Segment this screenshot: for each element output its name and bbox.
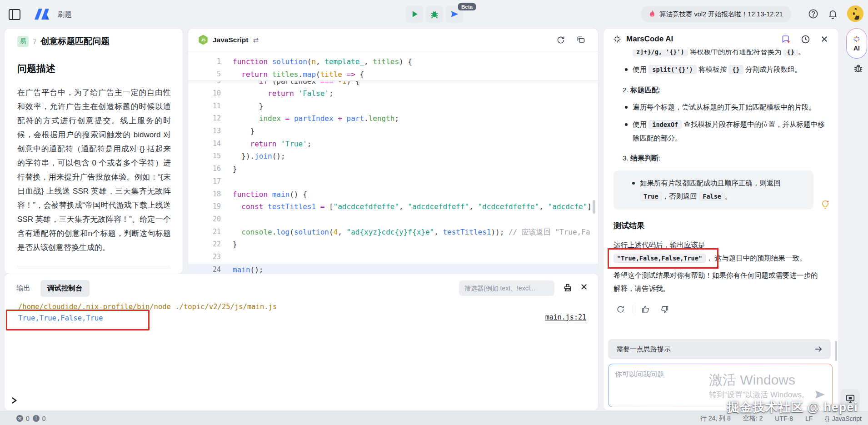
code-text: }: [233, 163, 237, 175]
code-text: }: [233, 125, 254, 138]
code-chip: z]+}/g, '{}'): [633, 50, 688, 56]
send-icon[interactable]: [814, 389, 826, 402]
code-line-22[interactable]: 22}: [188, 238, 598, 251]
error-count: 0: [26, 415, 30, 422]
switch-language-icon[interactable]: ⇄: [253, 36, 259, 44]
code-line-17[interactable]: 17: [188, 175, 598, 188]
code-line-15[interactable]: 15 }).join();: [188, 150, 598, 163]
run-button[interactable]: [406, 5, 423, 23]
assistant-scrollbar[interactable]: [835, 341, 837, 361]
chat-input-box[interactable]: [608, 364, 833, 407]
sticky-code-lines: 1function solution(n, template_, titles)…: [188, 51, 598, 81]
clear-console-icon[interactable]: [563, 283, 573, 295]
lightbulb-icon[interactable]: [818, 197, 833, 212]
marscode-logo[interactable]: [32, 7, 50, 21]
source-link[interactable]: main.js:21: [545, 313, 586, 321]
new-chat-icon[interactable]: [781, 35, 791, 44]
ai-sidebar-button[interactable]: AI: [846, 28, 867, 59]
assistant-title: MarsCode AI: [626, 35, 673, 44]
code-line-18[interactable]: 18function main() {: [188, 188, 598, 201]
code-text: }: [233, 238, 237, 251]
annotation-red-box-chip: "True,False,False,True": [614, 251, 706, 265]
code-line-23[interactable]: 23: [188, 251, 598, 264]
tab-output[interactable]: 输出: [16, 284, 30, 293]
errors-indicator[interactable]: ✕ 0: [16, 415, 30, 422]
line-number: 15: [188, 150, 233, 163]
indentation-setting[interactable]: 空格: 2: [743, 415, 763, 423]
format-code-icon[interactable]: [576, 35, 585, 45]
sidebar-debug-icon[interactable]: [853, 63, 863, 75]
code-line-10[interactable]: 10 return 'False';: [188, 87, 598, 100]
code-line-11[interactable]: 11 }: [188, 100, 598, 113]
code-text: }).join();: [233, 150, 285, 163]
code-line-5[interactable]: 5 return titles.map(title => {: [188, 68, 598, 81]
suggestion-label: 需要一点思路提示: [616, 345, 814, 354]
bell-icon[interactable]: [828, 9, 838, 21]
close-console-icon[interactable]: [580, 283, 588, 293]
code-line-24[interactable]: 24main();: [188, 264, 598, 274]
code-text: main();: [233, 264, 263, 274]
reset-code-icon[interactable]: [556, 35, 565, 45]
code-line-1[interactable]: 1function solution(n, template_, titles)…: [188, 55, 598, 68]
eol-setting[interactable]: LF: [805, 415, 813, 422]
sidebar-toggle-icon[interactable]: [9, 9, 20, 20]
line-number: 21: [188, 226, 233, 239]
warnings-indicator[interactable]: ! 0: [33, 415, 46, 422]
close-assistant-icon[interactable]: [820, 35, 828, 43]
line-number: 19: [188, 200, 233, 213]
line-number: 9: [188, 81, 233, 87]
problem-description: 在广告平台中，为了给广告主一定的自由性和效率，允许广告主在创造标题的时候以通配符…: [17, 85, 171, 255]
thumbs-down-button[interactable]: [658, 302, 671, 316]
language-mode[interactable]: {} JavaScript: [825, 415, 862, 422]
problem-number: 7: [33, 38, 36, 45]
fire-icon: [649, 10, 656, 18]
code-chip: "True,False,False,True": [614, 254, 706, 263]
assistant-heading: 测试结果: [614, 219, 828, 232]
chat-input[interactable]: [614, 369, 770, 400]
description-heading: 问题描述: [17, 62, 170, 75]
console-prompt-chevron-icon[interactable]: [11, 397, 17, 406]
code-text: if (partIndex === -1) {: [233, 81, 359, 87]
avatar[interactable]: [847, 5, 863, 22]
encoding-setting[interactable]: UTF-8: [775, 415, 793, 422]
ai-sparkle-icon: [853, 35, 861, 43]
code-line-14[interactable]: 14 return 'True';: [188, 138, 598, 150]
editor-tab-javascript[interactable]: JavaScript: [213, 36, 248, 44]
editor-scrollbar[interactable]: [593, 200, 595, 214]
line-number: 23: [188, 251, 233, 264]
editor-tab-bar: JS JavaScript ⇄: [188, 29, 598, 51]
screen-share-button[interactable]: [840, 389, 860, 408]
tab-debug-console[interactable]: 调试控制台: [40, 280, 90, 297]
history-icon[interactable]: [801, 35, 810, 44]
cursor-position[interactable]: 行 24, 列 8: [700, 415, 731, 423]
code-line-9[interactable]: 9 if (partIndex === -1) {: [188, 81, 598, 87]
suggestion-chip[interactable]: 需要一点思路提示: [608, 339, 831, 359]
code-area[interactable]: 9 if (partIndex === -1) {10 return 'Fals…: [188, 51, 598, 274]
error-icon: ✕: [16, 415, 23, 422]
code-line-13[interactable]: 13 }: [188, 125, 598, 138]
filter-input[interactable]: [459, 280, 554, 296]
line-number: 14: [188, 138, 233, 150]
code-text: index = partIndex + part.length;: [233, 112, 399, 125]
console-header: 输出 调试控制台: [5, 274, 598, 303]
paper-plane-icon: [450, 10, 459, 19]
assistant-numbered-item: 2. 标题匹配:: [614, 83, 828, 96]
contest-notice[interactable]: 算法竞技赛 vol2 开始报名啦！12.13-12.21: [641, 6, 791, 22]
code-line-16[interactable]: 16}: [188, 163, 598, 175]
debug-button[interactable]: [426, 5, 443, 23]
code-text: return titles.map(title => {: [233, 68, 364, 81]
console-result-line[interactable]: True,True,False,True: [18, 314, 103, 322]
regenerate-button[interactable]: [614, 302, 627, 316]
code-text: return 'True';: [233, 138, 311, 150]
line-number: 12: [188, 112, 233, 125]
assistant-actions: [614, 302, 828, 316]
code-line-21[interactable]: 21 console.log(solution(4, "ad{xyz}cdc{y…: [188, 226, 598, 239]
actions-divider: [633, 305, 633, 313]
code-line-20[interactable]: 20: [188, 213, 598, 226]
code-line-12[interactable]: 12 index = partIndex + part.length;: [188, 112, 598, 125]
help-icon[interactable]: [808, 9, 818, 21]
code-line-19[interactable]: 19 const testTitles1 = ["adcdcefdfeffe",…: [188, 200, 598, 213]
console-command-line[interactable]: /home/cloudide/.nix-profile/bin/node ./t…: [18, 303, 277, 311]
thumbs-up-button[interactable]: [639, 302, 652, 316]
warning-icon: !: [33, 415, 40, 422]
